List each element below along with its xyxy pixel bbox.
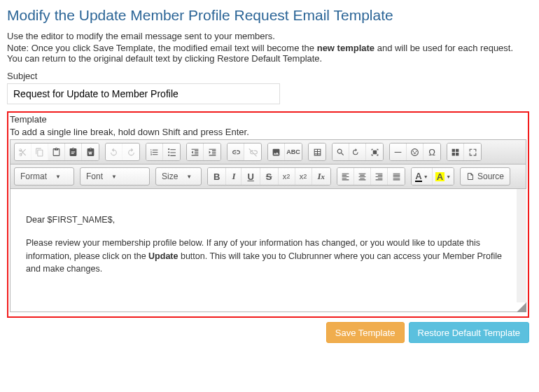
size-dropdown[interactable]: Size▼ [155, 167, 202, 186]
replace-icon[interactable] [349, 144, 366, 160]
table-icon[interactable] [309, 144, 326, 160]
underline-button[interactable]: U [241, 168, 260, 185]
superscript-button[interactable]: x2 [295, 168, 312, 185]
subject-input[interactable] [7, 83, 280, 104]
paste-text-icon[interactable] [65, 144, 82, 160]
strike-button[interactable]: S [260, 168, 279, 185]
bg-color-button[interactable]: A▼ [433, 168, 454, 185]
bullet-list-icon[interactable] [163, 144, 180, 160]
hr-icon[interactable] [390, 144, 407, 160]
select-all-icon[interactable] [366, 144, 383, 160]
editor-textarea[interactable]: Dear $FIRST_NAME$, Please review your me… [10, 189, 526, 312]
find-icon[interactable] [332, 144, 349, 160]
toolbar-row-2: Format▼ Font▼ Size▼ B I U S x2 x2 [10, 164, 526, 189]
paste-word-icon[interactable] [82, 144, 99, 160]
chevron-down-icon: ▼ [186, 174, 192, 180]
spellcheck-icon[interactable]: ABC [285, 144, 302, 160]
align-center-icon[interactable] [354, 168, 371, 185]
outdent-icon[interactable] [187, 144, 204, 160]
font-dropdown[interactable]: Font▼ [80, 167, 150, 186]
italic-button[interactable]: I [226, 168, 241, 185]
numbered-list-icon[interactable] [146, 144, 163, 160]
align-left-icon[interactable] [337, 168, 354, 185]
restore-default-button[interactable]: Restore Default Template [409, 322, 529, 343]
template-hint: To add a single line break, hold down Sh… [10, 127, 526, 137]
editor-body: Please review your membership profile be… [26, 237, 510, 276]
link-icon[interactable] [227, 144, 244, 160]
template-label: Template [10, 114, 526, 125]
source-button[interactable]: Source [460, 167, 510, 186]
editor-greeting: Dear $FIRST_NAME$, [26, 214, 510, 227]
scrollbar[interactable] [517, 189, 526, 302]
show-blocks-icon[interactable] [447, 144, 464, 160]
indent-icon[interactable] [204, 144, 220, 160]
paste-icon[interactable] [48, 144, 65, 160]
editor-toolbar: ABC Ω [10, 139, 526, 189]
editor-wrapper: Dear $FIRST_NAME$, Please review your me… [10, 189, 526, 312]
source-icon [466, 172, 475, 181]
special-char-icon[interactable]: Ω [424, 144, 440, 160]
format-dropdown[interactable]: Format▼ [14, 167, 74, 186]
text-color-button[interactable]: A▼ [412, 168, 433, 185]
emoji-icon[interactable] [407, 144, 424, 160]
copy-icon [31, 144, 48, 160]
toolbar-row-1: ABC Ω [10, 140, 526, 164]
subject-label: Subject [7, 71, 529, 81]
image-icon[interactable] [268, 144, 285, 160]
unlink-icon [244, 144, 261, 160]
undo-icon [106, 144, 122, 160]
bold-button[interactable]: B [208, 168, 226, 185]
cut-icon [15, 144, 31, 160]
subscript-button[interactable]: x2 [279, 168, 295, 185]
redo-icon [122, 144, 139, 160]
align-right-icon[interactable] [371, 168, 388, 185]
align-justify-icon[interactable] [388, 168, 405, 185]
intro-line-2: Note: Once you click Save Template, the … [7, 43, 529, 64]
action-buttons: Save Template Restore Default Template [7, 318, 529, 347]
remove-format-button[interactable]: Ix [312, 168, 330, 185]
chevron-down-icon: ▼ [55, 174, 61, 180]
template-section: Template To add a single line break, hol… [7, 111, 529, 318]
chevron-down-icon: ▼ [111, 174, 117, 180]
resize-handle[interactable] [517, 302, 526, 312]
intro-line-1: Use the editor to modify the email messa… [7, 31, 529, 41]
maximize-icon[interactable] [464, 144, 481, 160]
save-template-button[interactable]: Save Template [326, 322, 405, 343]
page-title: Modify the Update Member Profile Request… [7, 7, 529, 24]
